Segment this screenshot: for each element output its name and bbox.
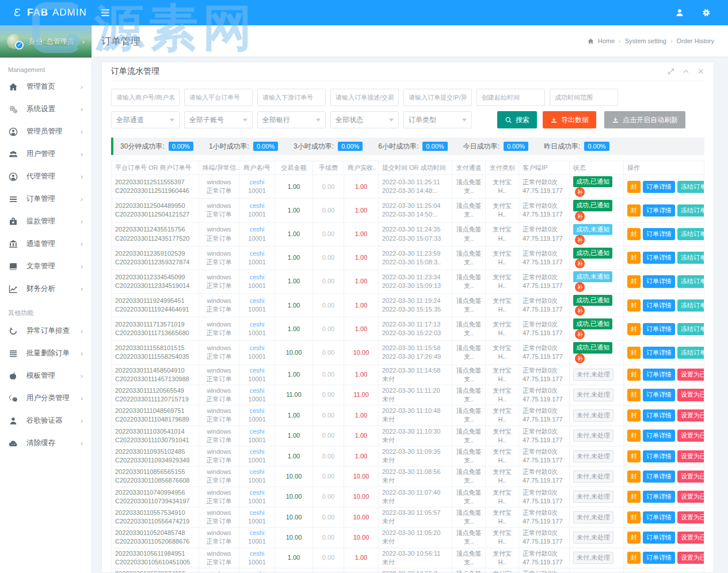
- order-detail-button[interactable]: 订单详情: [643, 347, 675, 359]
- sidebar-item-users[interactable]: 用户管理 ›: [0, 143, 92, 165]
- merchant-link[interactable]: ceshi: [243, 366, 271, 375]
- merchant-link[interactable]: ceshi: [243, 320, 271, 329]
- sidebar-item-admin-user[interactable]: 管理员管理 ›: [0, 120, 92, 143]
- export-data-button[interactable]: 导出数据: [543, 111, 596, 128]
- filter-select[interactable]: 订单类型: [403, 111, 472, 128]
- set-paid-button[interactable]: 设置为已支付: [677, 430, 704, 442]
- breadcrumb-system-setting[interactable]: System setting: [625, 37, 666, 44]
- seal-order-button[interactable]: 封: [627, 323, 641, 335]
- merchant-link[interactable]: ceshi: [243, 297, 271, 305]
- order-detail-button[interactable]: 订单详情: [643, 228, 675, 240]
- seal-order-button[interactable]: 封: [627, 204, 641, 217]
- sidebar-item-finance-chart[interactable]: 财务分析 ›: [0, 278, 92, 300]
- merchant-link[interactable]: ceshi: [243, 570, 271, 573]
- patch-badge[interactable]: 补: [575, 329, 585, 339]
- set-paid-button[interactable]: 设置为已支付: [677, 532, 704, 544]
- order-detail-button[interactable]: 订单详情: [643, 532, 675, 544]
- freeze-order-button[interactable]: 冻结订单: [677, 323, 704, 335]
- patch-badge[interactable]: 补: [575, 354, 585, 363]
- sidebar-item-bank[interactable]: 通道管理 ›: [0, 233, 92, 255]
- set-paid-button[interactable]: 设置为已支付: [677, 450, 704, 462]
- filter-select[interactable]: 全部银行: [257, 111, 326, 128]
- merchant-link[interactable]: ceshi: [243, 249, 271, 258]
- seal-order-button[interactable]: 封: [627, 450, 641, 462]
- seal-order-button[interactable]: 封: [627, 347, 641, 359]
- breadcrumb-home[interactable]: Home: [598, 37, 615, 44]
- set-paid-button[interactable]: 设置为已支付: [677, 409, 704, 422]
- seal-order-button[interactable]: 封: [627, 470, 641, 483]
- order-detail-button[interactable]: 订单详情: [643, 252, 675, 264]
- order-detail-button[interactable]: 订单详情: [643, 323, 675, 335]
- seal-order-button[interactable]: 封: [627, 228, 641, 240]
- patch-badge[interactable]: 补: [575, 235, 585, 245]
- seal-order-button[interactable]: 封: [627, 409, 641, 422]
- seal-order-button[interactable]: 封: [627, 491, 641, 503]
- seal-order-button[interactable]: 封: [627, 532, 641, 544]
- merchant-link[interactable]: ceshi: [243, 178, 271, 187]
- gear-icon[interactable]: [702, 8, 711, 17]
- auto-refresh-button[interactable]: 点击开启自动刷新: [604, 111, 685, 128]
- sidebar-toggle-hamburger-icon[interactable]: [101, 9, 109, 16]
- seal-order-button[interactable]: 封: [627, 252, 641, 264]
- filter-input[interactable]: [403, 89, 472, 106]
- order-detail-button[interactable]: 订单详情: [643, 491, 675, 503]
- set-paid-button[interactable]: 设置为已支付: [677, 389, 704, 401]
- seal-order-button[interactable]: 封: [627, 389, 641, 401]
- set-paid-button[interactable]: 设置为已支付: [677, 470, 704, 483]
- order-detail-button[interactable]: 订单详情: [643, 299, 675, 312]
- seal-order-button[interactable]: 封: [627, 430, 641, 442]
- order-detail-button[interactable]: 订单详情: [643, 430, 675, 442]
- sidebar-item-cache-cloud[interactable]: 清除缓存 ›: [0, 432, 92, 454]
- merchant-link[interactable]: ceshi: [243, 344, 271, 352]
- filter-input[interactable]: [550, 89, 618, 106]
- sidebar-item-order-list[interactable]: 订单管理 ›: [0, 188, 92, 210]
- set-paid-button[interactable]: 设置为已支付: [677, 552, 704, 564]
- patch-badge[interactable]: 补: [575, 306, 585, 316]
- merchant-link[interactable]: ceshi: [243, 447, 271, 456]
- sidebar-item-refresh[interactable]: 异常订单排查 ›: [0, 320, 92, 342]
- merchant-link[interactable]: ceshi: [243, 273, 271, 282]
- sidebar-item-gears[interactable]: 系统设置 ›: [0, 98, 92, 120]
- patch-badge[interactable]: 补: [575, 211, 585, 221]
- merchant-link[interactable]: ceshi: [243, 549, 271, 558]
- sidebar-item-withdraw-safe[interactable]: 提款管理 ›: [0, 210, 92, 233]
- merchant-link[interactable]: ceshi: [243, 427, 271, 436]
- order-detail-button[interactable]: 订单详情: [643, 389, 675, 401]
- filter-select[interactable]: 全部通道: [111, 111, 180, 128]
- sidebar-item-google-auth-user[interactable]: 谷歌验证器 ›: [0, 409, 92, 432]
- merchant-link[interactable]: ceshi: [243, 468, 271, 476]
- freeze-order-button[interactable]: 冻结订单: [677, 299, 704, 312]
- merchant-link[interactable]: ceshi: [243, 529, 271, 537]
- filter-input[interactable]: [330, 89, 399, 106]
- patch-badge[interactable]: 补: [575, 282, 585, 292]
- sidebar-profile[interactable]: ✓ 身份: 总管理员 ›: [0, 25, 92, 58]
- merchant-link[interactable]: ceshi: [243, 386, 271, 395]
- breadcrumb-order-history[interactable]: Order History: [677, 37, 714, 44]
- freeze-order-button[interactable]: 冻结订单: [677, 275, 704, 287]
- order-detail-button[interactable]: 订单详情: [643, 409, 675, 422]
- order-detail-button[interactable]: 订单详情: [643, 275, 675, 287]
- user-icon[interactable]: [675, 8, 684, 17]
- set-paid-button[interactable]: 设置为已支付: [677, 511, 704, 523]
- merchant-link[interactable]: ceshi: [243, 225, 271, 234]
- order-detail-button[interactable]: 订单详情: [643, 369, 675, 381]
- order-detail-button[interactable]: 订单详情: [643, 204, 675, 217]
- filter-input[interactable]: [257, 89, 326, 106]
- order-detail-button[interactable]: 订单详情: [643, 470, 675, 483]
- sidebar-item-home[interactable]: 管理首页 ›: [0, 75, 92, 98]
- sidebar-item-apple[interactable]: 模板管理 ›: [0, 365, 92, 387]
- order-detail-button[interactable]: 订单详情: [643, 181, 675, 193]
- merchant-link[interactable]: ceshi: [243, 488, 271, 497]
- freeze-order-button[interactable]: 冻结订单: [677, 252, 704, 264]
- freeze-order-button[interactable]: 冻结订单: [677, 204, 704, 217]
- close-panel-icon[interactable]: [697, 68, 704, 75]
- order-detail-button[interactable]: 订单详情: [643, 511, 675, 523]
- expand-panel-icon[interactable]: [668, 68, 674, 75]
- freeze-order-button[interactable]: 冻结订单: [677, 181, 704, 193]
- merchant-link[interactable]: ceshi: [243, 407, 271, 415]
- collapse-panel-icon[interactable]: [683, 68, 689, 75]
- search-button[interactable]: 搜索: [497, 111, 537, 128]
- seal-order-button[interactable]: 封: [627, 181, 641, 193]
- set-paid-button[interactable]: 设置为已支付: [677, 369, 704, 381]
- filter-select[interactable]: 全部状态: [330, 111, 399, 128]
